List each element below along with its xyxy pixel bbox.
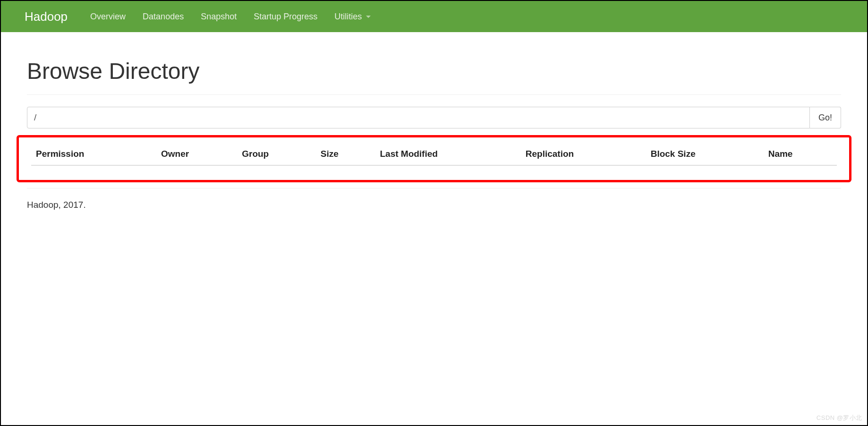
page-title: Browse Directory — [27, 58, 841, 84]
directory-table: Permission Owner Group Size Last Modifie… — [31, 142, 837, 166]
go-button[interactable]: Go! — [810, 107, 841, 128]
highlight-annotation: Permission Owner Group Size Last Modifie… — [17, 135, 851, 182]
table-header-row: Permission Owner Group Size Last Modifie… — [31, 142, 837, 165]
brand-link[interactable]: Hadoop — [25, 9, 68, 24]
col-size: Size — [316, 142, 375, 165]
col-block-size: Block Size — [646, 142, 764, 165]
nav-label: Overview — [90, 12, 126, 22]
main-container: Browse Directory Go! Permission Owner Gr… — [1, 32, 867, 222]
chevron-down-icon — [366, 16, 371, 18]
col-group: Group — [237, 142, 316, 165]
nav-label: Utilities — [334, 12, 362, 22]
top-navbar: Hadoop Overview Datanodes Snapshot Start… — [1, 1, 867, 32]
path-input[interactable] — [27, 107, 810, 128]
nav-label: Snapshot — [201, 12, 237, 22]
nav-item-snapshot[interactable]: Snapshot — [192, 5, 245, 29]
nav-label: Datanodes — [143, 12, 184, 22]
nav-item-overview[interactable]: Overview — [82, 5, 134, 29]
nav-item-datanodes[interactable]: Datanodes — [134, 5, 192, 29]
path-input-group: Go! — [27, 107, 841, 128]
col-replication: Replication — [521, 142, 646, 165]
nav-list: Overview Datanodes Snapshot Startup Prog… — [82, 5, 379, 29]
nav-item-utilities[interactable]: Utilities — [326, 5, 379, 29]
col-last-modified: Last Modified — [375, 142, 520, 165]
col-name: Name — [764, 142, 837, 165]
col-owner: Owner — [156, 142, 237, 165]
nav-label: Startup Progress — [254, 12, 317, 22]
nav-item-startup-progress[interactable]: Startup Progress — [245, 5, 326, 29]
footer-text: Hadoop, 2017. — [27, 188, 841, 222]
watermark: CSDN @罗小北 — [817, 414, 862, 422]
page-header: Browse Directory — [27, 32, 841, 95]
col-permission: Permission — [31, 142, 156, 165]
